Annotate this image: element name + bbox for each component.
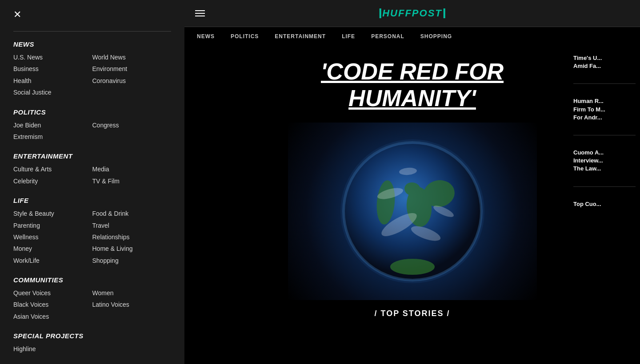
sidebar-communities-col1: Queer Voices Black Voices Asian Voices — [13, 288, 92, 321]
sidebar-politics-cols: Joe Biden Extremism Congress — [13, 120, 171, 142]
sidebar-link-social-justice[interactable]: Social Justice — [13, 87, 92, 97]
nav-item-life[interactable]: LIFE — [334, 27, 363, 45]
close-button[interactable]: ✕ — [13, 10, 21, 20]
right-story-1[interactable]: Time's U...Amid Fa... — [573, 54, 636, 70]
hamburger-line-2 — [195, 13, 205, 14]
sidebar-communities-col2: Women Latino Voices — [92, 288, 172, 321]
sidebar-news-col1: U.S. News Business Health Social Justice — [13, 52, 92, 98]
sidebar-link-travel[interactable]: Travel — [92, 221, 172, 230]
right-divider-1 — [573, 83, 636, 84]
header: HUFFPOST — [184, 0, 640, 27]
sidebar-news-col2: World News Environment Coronavirus — [92, 52, 172, 98]
sidebar-communities-cols: Queer Voices Black Voices Asian Voices W… — [13, 288, 171, 321]
sidebar-communities-title: COMMUNITIES — [13, 276, 171, 284]
sidebar-link-environment[interactable]: Environment — [92, 64, 172, 74]
sidebar-link-joe-biden[interactable]: Joe Biden — [13, 120, 92, 130]
hero-headline: 'CODE RED FOR HUMANITY' — [279, 59, 546, 112]
sidebar-link-home-living[interactable]: Home & Living — [92, 244, 172, 253]
sidebar-politics-col2: Congress — [92, 120, 172, 142]
right-story-3[interactable]: Cuomo A...Interview...The Law... — [573, 149, 636, 173]
right-story-2[interactable]: Human R...Firm To M...For Andr... — [573, 97, 636, 122]
sidebar-section-entertainment: ENTERTAINMENT Culture & Arts Celebrity M… — [13, 152, 171, 186]
sidebar-link-shopping[interactable]: Shopping — [92, 256, 172, 265]
right-story-4[interactable]: Top Cuo... — [573, 200, 636, 208]
earth-illustration — [337, 136, 488, 287]
sidebar-link-extremism[interactable]: Extremism — [13, 132, 92, 142]
sidebar-link-work-life[interactable]: Work/Life — [13, 256, 92, 265]
sidebar-life-cols: Style & Beauty Parenting Wellness Money … — [13, 209, 171, 265]
logo-bar-left — [379, 8, 381, 18]
nav-item-shopping[interactable]: SHOPPING — [412, 27, 460, 45]
nav-item-entertainment[interactable]: ENTERTAINMENT — [267, 27, 334, 45]
sidebar-link-money[interactable]: Money — [13, 244, 92, 253]
sidebar-link-style-beauty[interactable]: Style & Beauty — [13, 209, 92, 218]
sidebar-link-congress[interactable]: Congress — [92, 120, 172, 130]
sidebar-link-relationships[interactable]: Relationships — [92, 232, 172, 242]
sidebar-entertainment-col1: Culture & Arts Celebrity — [13, 164, 92, 186]
sidebar-link-parenting[interactable]: Parenting — [13, 221, 92, 230]
right-panel: Time's U...Amid Fa... Human R...Firm To … — [569, 45, 640, 364]
hero-image — [288, 123, 537, 300]
sidebar-link-wellness[interactable]: Wellness — [13, 232, 92, 242]
top-stories-label: / TOP STORIES / — [374, 309, 450, 318]
sidebar-link-celebrity[interactable]: Celebrity — [13, 176, 92, 186]
sidebar-special-projects-cols: Highline — [13, 344, 171, 354]
hamburger-line-3 — [195, 16, 205, 16]
sidebar-link-world-news[interactable]: World News — [92, 52, 172, 62]
hamburger-line-1 — [195, 10, 205, 11]
sidebar-section-life: LIFE Style & Beauty Parenting Wellness M… — [13, 197, 171, 265]
sidebar-special-projects-col1: Highline — [13, 344, 171, 354]
sidebar-section-news: NEWS U.S. News Business Health Social Ju… — [13, 40, 171, 98]
sidebar-link-queer-voices[interactable]: Queer Voices — [13, 288, 92, 298]
sidebar-nav: ✕ NEWS U.S. News Business Health Social … — [0, 0, 184, 364]
sidebar-life-col1: Style & Beauty Parenting Wellness Money … — [13, 209, 92, 265]
sidebar-section-politics: POLITICS Joe Biden Extremism Congress — [13, 108, 171, 142]
right-divider-3 — [573, 186, 636, 187]
sidebar-section-communities: COMMUNITIES Queer Voices Black Voices As… — [13, 276, 171, 321]
sidebar-news-title: NEWS — [13, 40, 171, 48]
sidebar-link-coronavirus[interactable]: Coronavirus — [92, 76, 172, 86]
logo-text-main: HUFFPOST — [382, 8, 442, 19]
sidebar-special-projects-title: SPECIAL PROJECTS — [13, 332, 171, 340]
sidebar-entertainment-cols: Culture & Arts Celebrity Media TV & Film — [13, 164, 171, 186]
right-divider-2 — [573, 135, 636, 135]
sidebar-link-asian-voices[interactable]: Asian Voices — [13, 312, 92, 321]
sidebar-link-us-news[interactable]: U.S. News — [13, 52, 92, 62]
sidebar-link-culture-arts[interactable]: Culture & Arts — [13, 164, 92, 174]
sidebar-politics-col1: Joe Biden Extremism — [13, 120, 92, 142]
sidebar-link-media[interactable]: Media — [92, 164, 172, 174]
sidebar-entertainment-title: ENTERTAINMENT — [13, 152, 171, 160]
sidebar-divider — [13, 31, 171, 32]
logo-area: HUFFPOST — [379, 8, 445, 19]
logo[interactable]: HUFFPOST — [379, 8, 445, 19]
sidebar-link-highline[interactable]: Highline — [13, 344, 171, 354]
nav-item-personal[interactable]: PERSONAL — [363, 27, 412, 45]
sidebar-link-health[interactable]: Health — [13, 76, 92, 86]
sidebar-entertainment-col2: Media TV & Film — [92, 164, 172, 186]
sidebar-section-special-projects: SPECIAL PROJECTS Highline — [13, 332, 171, 354]
sidebar-link-business[interactable]: Business — [13, 64, 92, 74]
sidebar-link-women[interactable]: Women — [92, 288, 172, 298]
hamburger-button[interactable] — [193, 8, 207, 18]
sidebar-news-cols: U.S. News Business Health Social Justice… — [13, 52, 171, 98]
sidebar-link-food-drink[interactable]: Food & Drink — [92, 209, 172, 218]
navbar: NEWS POLITICS ENTERTAINMENT LIFE PERSONA… — [184, 27, 640, 45]
sidebar-politics-title: POLITICS — [13, 108, 171, 116]
logo-bar-right — [444, 8, 445, 18]
sidebar-link-tv-film[interactable]: TV & Film — [92, 176, 172, 186]
nav-item-politics[interactable]: POLITICS — [223, 27, 267, 45]
sidebar-life-title: LIFE — [13, 197, 171, 204]
nav-item-news[interactable]: NEWS — [189, 27, 223, 45]
sidebar-link-black-voices[interactable]: Black Voices — [13, 300, 92, 309]
sidebar-link-latino-voices[interactable]: Latino Voices — [92, 300, 172, 309]
sidebar-life-col2: Food & Drink Travel Relationships Home &… — [92, 209, 172, 265]
svg-point-6 — [390, 259, 435, 275]
